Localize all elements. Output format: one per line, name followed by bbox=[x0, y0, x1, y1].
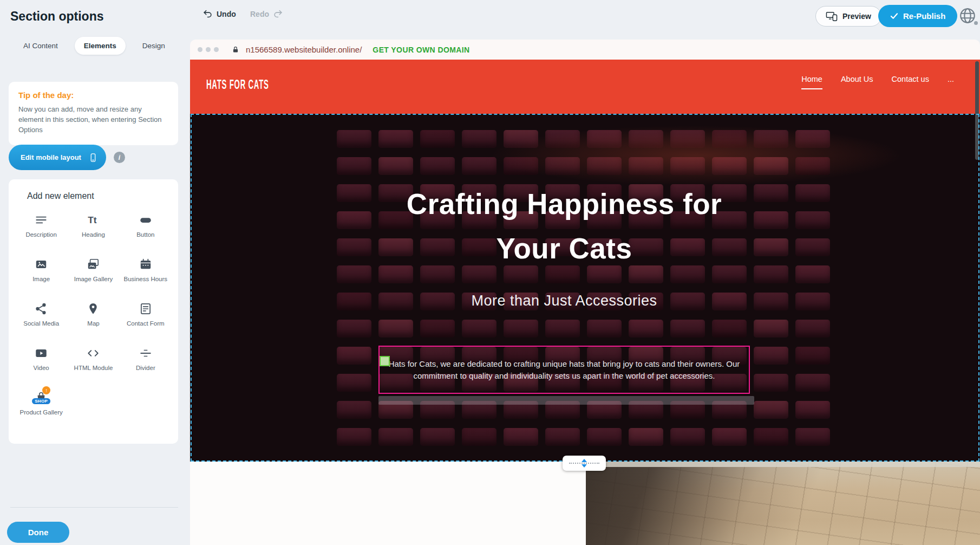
hero-tile bbox=[545, 428, 580, 446]
element-product-gallery[interactable]: SHOP ↑ Product Gallery bbox=[15, 386, 67, 431]
hero-tile bbox=[337, 347, 371, 365]
hero-tile bbox=[545, 130, 580, 148]
phone-icon bbox=[88, 153, 98, 163]
hero-tile bbox=[504, 320, 538, 338]
hero-tile bbox=[754, 374, 788, 392]
nav-contact-us[interactable]: Contact us bbox=[892, 75, 929, 88]
hero-tile bbox=[420, 428, 455, 446]
tab-design[interactable]: Design bbox=[133, 37, 174, 55]
hero-tile bbox=[504, 157, 538, 175]
hero-tile bbox=[670, 428, 705, 446]
edit-mobile-label: Edit mobile layout bbox=[21, 153, 81, 161]
site-preview: HATS FOR CATS Home About Us Contact us .… bbox=[190, 60, 980, 545]
element-html-module[interactable]: HTML Module bbox=[67, 342, 119, 386]
hero-paragraph: Hats for Cats, we are dedicated to craft… bbox=[385, 358, 743, 382]
hero-heading[interactable]: Crafting Happiness for Your Cats bbox=[190, 182, 938, 271]
hero-tile bbox=[795, 320, 830, 338]
browser-bar: n1566589.websitebuilder.online/ GET YOUR… bbox=[190, 40, 980, 60]
republish-label: Re-Publish bbox=[903, 11, 945, 21]
element-image-gallery[interactable]: Image Gallery bbox=[67, 253, 119, 297]
undo-icon bbox=[202, 9, 213, 19]
hero-tile bbox=[587, 320, 622, 338]
hero-tile bbox=[378, 157, 413, 175]
hero-tile bbox=[670, 320, 705, 338]
tab-ai-content[interactable]: AI Content bbox=[14, 37, 67, 55]
hero-tile bbox=[587, 428, 622, 446]
hero-tile bbox=[462, 157, 496, 175]
site-url: n1566589.websitebuilder.online/ bbox=[246, 45, 362, 54]
language-globe-button[interactable] bbox=[958, 5, 979, 26]
tip-card: Tip of the day: Now you can add, move an… bbox=[9, 82, 178, 145]
nav-more[interactable]: ... bbox=[948, 75, 954, 88]
section-resize-handle[interactable] bbox=[563, 456, 606, 471]
hero-tile bbox=[629, 157, 663, 175]
tab-elements[interactable]: Elements bbox=[75, 37, 126, 55]
hero-tile bbox=[629, 320, 663, 338]
hero-tile bbox=[795, 347, 830, 365]
hero-tile bbox=[712, 320, 747, 338]
hero-tile bbox=[420, 320, 455, 338]
element-button[interactable]: Button bbox=[120, 209, 172, 253]
element-image[interactable]: Image bbox=[15, 253, 67, 297]
info-icon[interactable]: i bbox=[114, 152, 125, 163]
hero-tile bbox=[670, 157, 705, 175]
globe-icon bbox=[958, 7, 979, 25]
selected-text-element[interactable]: Hats for Cats, we are dedicated to craft… bbox=[378, 346, 750, 394]
element-description[interactable]: Description bbox=[15, 209, 67, 253]
hero-tile bbox=[754, 347, 788, 365]
redo-label: Redo bbox=[250, 10, 269, 18]
editor-canvas: n1566589.websitebuilder.online/ GET YOUR… bbox=[190, 40, 980, 545]
element-contact-form[interactable]: Contact Form bbox=[120, 297, 172, 342]
element-drag-handle[interactable] bbox=[380, 356, 390, 366]
get-domain-link[interactable]: GET YOUR OWN DOMAIN bbox=[373, 46, 469, 54]
edit-mobile-layout-button[interactable]: Edit mobile layout bbox=[9, 145, 106, 170]
check-icon bbox=[890, 12, 898, 20]
hero-tile bbox=[462, 428, 496, 446]
site-nav: Home About Us Contact us ... bbox=[801, 75, 954, 89]
hero-subheading[interactable]: More than Just Accessories bbox=[190, 293, 938, 309]
element-map[interactable]: Map bbox=[67, 297, 119, 342]
hero-section[interactable]: Crafting Happiness for Your Cats More th… bbox=[190, 114, 980, 462]
site-header: HATS FOR CATS Home About Us Contact us .… bbox=[190, 60, 980, 114]
window-dot bbox=[206, 47, 211, 52]
hero-heading-line1: Crafting Happiness for bbox=[190, 182, 938, 226]
tip-body: Now you can add, move and resize any ele… bbox=[18, 105, 168, 135]
heading-icon: Tt bbox=[86, 213, 100, 227]
window-dot bbox=[214, 47, 219, 52]
hero-tile bbox=[629, 428, 663, 446]
product-gallery-icon: SHOP ↑ bbox=[34, 391, 48, 405]
next-section-photo bbox=[586, 462, 980, 545]
devices-icon bbox=[826, 11, 838, 22]
done-button[interactable]: Done bbox=[7, 522, 69, 543]
window-dot bbox=[198, 47, 202, 52]
element-social-media[interactable]: Social Media bbox=[15, 297, 67, 342]
hero-tile bbox=[337, 320, 371, 338]
element-divider[interactable]: Divider bbox=[120, 342, 172, 386]
hero-tile bbox=[504, 428, 538, 446]
social-media-icon bbox=[34, 302, 48, 316]
upgrade-badge-icon: ↑ bbox=[42, 386, 50, 394]
element-video[interactable]: Video bbox=[15, 342, 67, 386]
hero-tile bbox=[462, 320, 496, 338]
hero-tile bbox=[337, 374, 371, 392]
nav-about-us[interactable]: About Us bbox=[841, 75, 873, 88]
element-heading[interactable]: Tt Heading bbox=[67, 209, 119, 253]
divider-icon bbox=[139, 346, 153, 360]
page-scrollbar[interactable] bbox=[975, 61, 979, 160]
hero-tile bbox=[587, 130, 622, 148]
undo-button[interactable]: Undo bbox=[202, 9, 236, 19]
element-business-hours[interactable]: Business Hours bbox=[120, 253, 172, 297]
nav-home[interactable]: Home bbox=[801, 75, 822, 89]
lock-icon bbox=[232, 46, 239, 54]
resize-dotted-line bbox=[569, 463, 599, 464]
redo-button[interactable]: Redo bbox=[250, 9, 283, 19]
hero-tile bbox=[795, 428, 830, 446]
video-icon bbox=[34, 346, 48, 360]
tip-title: Tip of the day: bbox=[18, 90, 168, 100]
preview-button[interactable]: Preview bbox=[815, 6, 881, 27]
republish-button[interactable]: Re-Publish bbox=[878, 5, 957, 27]
hero-tile bbox=[629, 130, 663, 148]
sidebar-divider bbox=[10, 507, 178, 508]
add-element-panel: Add new element Description Tt Heading bbox=[9, 179, 178, 444]
preview-label: Preview bbox=[842, 12, 871, 21]
